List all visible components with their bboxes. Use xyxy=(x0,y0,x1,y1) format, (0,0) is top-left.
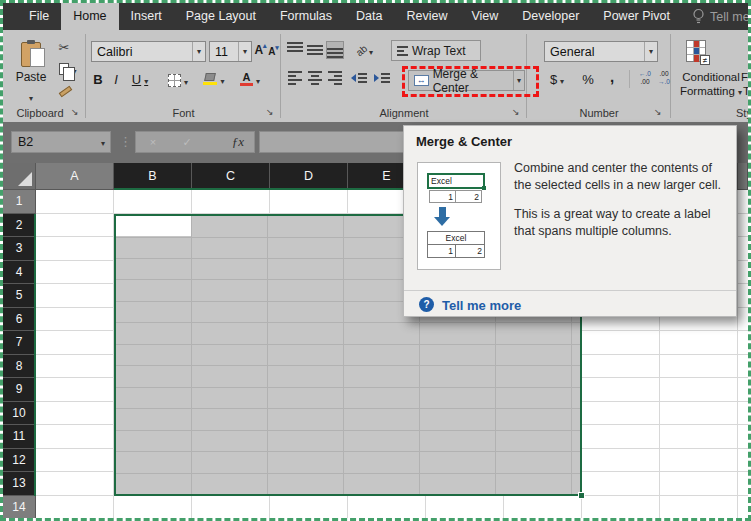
fill-color-button[interactable] xyxy=(199,69,229,89)
row-header-9[interactable]: 9 xyxy=(3,378,36,402)
alignment-dialog-launcher[interactable]: ↘ xyxy=(512,108,522,118)
font-name-combo[interactable]: Calibri xyxy=(91,41,206,62)
select-all-button[interactable] xyxy=(3,163,36,190)
font-size-combo[interactable]: 11 xyxy=(209,41,252,62)
orientation-button[interactable]: ab xyxy=(351,41,378,59)
tab-review[interactable]: Review xyxy=(394,3,459,30)
tab-list: FileHomeInsertPage LayoutFormulasDataRev… xyxy=(17,3,682,30)
row-header-14[interactable]: 14 xyxy=(3,496,36,520)
decrease-indent-button[interactable] xyxy=(349,69,369,87)
bold-icon: B xyxy=(93,72,102,87)
active-cell-b2[interactable] xyxy=(116,216,191,237)
align-top-button[interactable] xyxy=(286,41,304,59)
name-box-value: B2 xyxy=(18,135,33,149)
italic-button[interactable]: I xyxy=(110,69,122,89)
currency-icon: $ xyxy=(550,72,557,87)
paste-caret-icon xyxy=(29,87,33,105)
number-format-combo[interactable]: General xyxy=(544,41,658,62)
increase-font-size-button[interactable]: A▴ xyxy=(254,41,267,59)
conditional-formatting-button[interactable]: ≠ xyxy=(681,37,711,65)
column-header-a[interactable]: A xyxy=(36,163,114,190)
font-dialog-launcher[interactable]: ↘ xyxy=(266,108,276,118)
increase-indent-button[interactable] xyxy=(372,69,392,87)
ribbon: Paste ✂ Clipboard ↘ Calibri 11 A▴ A▾ B I… xyxy=(3,30,748,122)
align-bottom-button[interactable] xyxy=(326,41,344,59)
merge-center-button[interactable]: Merge & Center xyxy=(408,70,525,91)
group-separator xyxy=(526,34,527,118)
row-header-3[interactable]: 3 xyxy=(3,237,36,261)
clipboard-dialog-launcher[interactable]: ↘ xyxy=(71,108,81,118)
borders-button[interactable] xyxy=(163,71,193,89)
underline-button[interactable]: U xyxy=(126,69,154,89)
row-header-7[interactable]: 7 xyxy=(3,331,36,355)
merge-center-caret-icon[interactable] xyxy=(513,71,524,90)
copy-icon xyxy=(59,63,69,75)
insert-function-icon[interactable]: ƒx xyxy=(232,134,254,150)
row-header-12[interactable]: 12 xyxy=(3,449,36,473)
styles-group-label: Sty xyxy=(736,107,751,119)
tab-power-pivot[interactable]: Power Pivot xyxy=(591,3,682,30)
align-right-icon xyxy=(328,71,342,85)
percent-icon: % xyxy=(582,72,594,87)
accounting-format-button[interactable]: $ xyxy=(545,69,569,89)
name-box[interactable]: B2 xyxy=(11,131,111,153)
merge-center-label: Merge & Center xyxy=(433,67,509,95)
row-header-2[interactable]: 2 xyxy=(3,214,36,238)
column-header-partial[interactable] xyxy=(738,163,748,190)
formula-bar-grip-icon[interactable]: ⋮ xyxy=(119,134,132,149)
align-right-button[interactable] xyxy=(326,69,344,87)
column-header-d[interactable]: D xyxy=(270,163,348,190)
format-as-table-label-truncated[interactable]: Fo xyxy=(741,71,751,83)
tell-me-box[interactable]: Tell me w xyxy=(692,3,748,30)
fill-handle[interactable] xyxy=(578,492,585,499)
name-box-caret-icon xyxy=(101,135,110,149)
conditional-formatting-label-2[interactable]: Formatting xyxy=(672,85,750,97)
tab-data[interactable]: Data xyxy=(344,3,394,30)
tab-insert[interactable]: Insert xyxy=(119,3,174,30)
copy-button[interactable] xyxy=(55,60,81,78)
row-header-4[interactable]: 4 xyxy=(3,261,36,285)
align-center-button[interactable] xyxy=(306,69,324,87)
column-header-b[interactable]: B xyxy=(114,163,192,190)
cancel-icon[interactable]: × xyxy=(136,136,170,148)
percent-style-button[interactable]: % xyxy=(579,69,597,89)
font-name-caret-icon xyxy=(192,42,205,61)
increase-decimal-button[interactable]: ←.0 .00 xyxy=(636,68,654,88)
align-left-icon xyxy=(288,71,302,85)
tell-me-more-link[interactable]: Tell me more xyxy=(442,298,521,313)
wrap-text-icon xyxy=(397,46,408,56)
tab-home[interactable]: Home xyxy=(61,3,118,30)
conditional-formatting-label-1[interactable]: Conditional xyxy=(672,71,750,83)
comma-style-button[interactable]: , xyxy=(605,66,619,86)
column-header-c[interactable]: C xyxy=(192,163,270,190)
format-painter-button[interactable] xyxy=(55,84,75,98)
decrease-decimal-button[interactable]: .00 →.0 xyxy=(655,68,673,88)
tooltip-paragraph-2: This is a great way to create a label th… xyxy=(514,206,728,239)
tab-file[interactable]: File xyxy=(17,3,61,30)
row-header-8[interactable]: 8 xyxy=(3,355,36,379)
tab-view[interactable]: View xyxy=(459,3,510,30)
enter-icon[interactable]: ✓ xyxy=(170,136,204,149)
bold-button[interactable]: B xyxy=(91,69,105,89)
cut-button[interactable]: ✂ xyxy=(55,39,73,55)
number-dialog-launcher[interactable]: ↘ xyxy=(654,108,664,118)
align-middle-button[interactable] xyxy=(306,41,324,59)
row-header-11[interactable]: 11 xyxy=(3,425,36,449)
align-left-button[interactable] xyxy=(286,69,304,87)
tab-developer[interactable]: Developer xyxy=(510,3,591,30)
row-header-13[interactable]: 13 xyxy=(3,472,36,496)
row-header-10[interactable]: 10 xyxy=(3,402,36,426)
align-top-icon xyxy=(287,42,303,58)
row-header-5[interactable]: 5 xyxy=(3,284,36,308)
font-color-button[interactable]: A xyxy=(235,69,265,89)
decrease-font-size-button[interactable]: A▾ xyxy=(267,43,280,59)
align-bottom-icon xyxy=(327,42,343,58)
wrap-text-button[interactable]: Wrap Text xyxy=(391,40,481,61)
row-header-6[interactable]: 6 xyxy=(3,308,36,332)
tab-page-layout[interactable]: Page Layout xyxy=(174,3,268,30)
paste-button[interactable]: Paste xyxy=(9,36,53,110)
tab-formulas[interactable]: Formulas xyxy=(268,3,344,30)
clipboard-group-label: Clipboard xyxy=(3,107,77,119)
row-header-1[interactable]: 1 xyxy=(3,190,36,214)
conditional-formatting-caret-icon xyxy=(738,85,742,97)
